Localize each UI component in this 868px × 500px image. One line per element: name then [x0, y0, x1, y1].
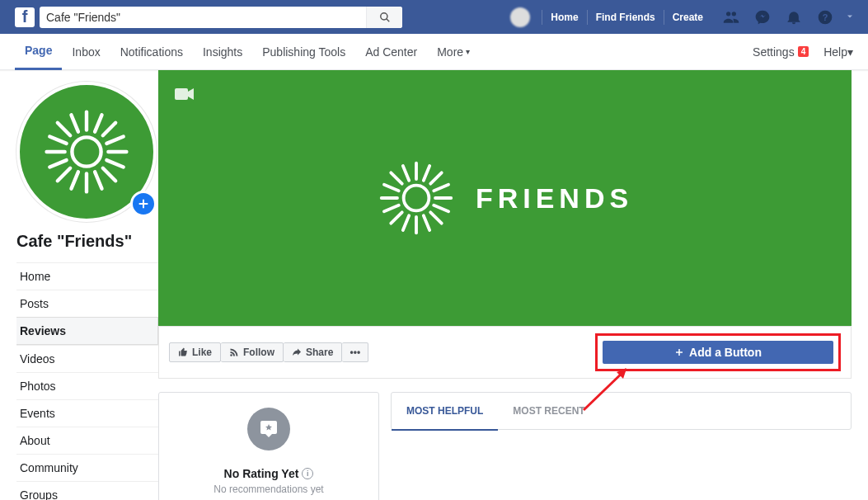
tab-insights[interactable]: Insights — [193, 34, 252, 70]
svg-line-12 — [103, 168, 115, 181]
nav-home[interactable]: Home — [542, 10, 586, 25]
update-cover-button[interactable] — [175, 87, 195, 105]
search-input[interactable] — [40, 11, 366, 24]
account-menu-arrow[interactable] — [845, 10, 855, 25]
nav-find-friends[interactable]: Find Friends — [587, 10, 664, 25]
notifications-icon[interactable] — [786, 9, 802, 26]
page-title: Cafe "Friends" — [16, 232, 158, 251]
edit-avatar-button[interactable] — [130, 191, 157, 217]
svg-line-14 — [58, 168, 70, 181]
follow-label: Follow — [243, 347, 274, 358]
sidenav-reviews[interactable]: Reviews — [16, 317, 158, 345]
sidenav-photos[interactable]: Photos — [16, 372, 158, 399]
speech-star-icon — [259, 419, 279, 439]
sidenav-community[interactable]: Community — [16, 454, 158, 481]
tab-page[interactable]: Page — [15, 34, 62, 70]
profile-avatar — [510, 7, 530, 27]
tab-ad-center[interactable]: Ad Center — [355, 34, 427, 70]
like-button[interactable]: Like — [169, 342, 221, 362]
sort-most-helpful[interactable]: MOST HELPFUL — [392, 393, 498, 431]
svg-point-26 — [404, 186, 429, 211]
facebook-logo[interactable]: f — [15, 7, 35, 27]
sidenav-about[interactable]: About — [16, 427, 158, 454]
help-label: Help — [823, 45, 847, 59]
messenger-icon[interactable] — [754, 9, 771, 26]
svg-line-38 — [424, 215, 429, 230]
svg-line-22 — [106, 160, 123, 167]
svg-line-13 — [103, 123, 115, 135]
like-label: Like — [192, 347, 212, 358]
topbar: f Home Find Friends Create ? — [0, 0, 868, 34]
search-icon — [379, 12, 391, 23]
cover-photo[interactable]: FRIENDS — [158, 70, 852, 326]
svg-line-18 — [95, 172, 101, 188]
cover-actions-bar: Like Follow Share ••• Add a Button — [158, 326, 852, 379]
svg-line-1 — [386, 18, 389, 21]
info-icon[interactable]: i — [302, 468, 313, 479]
tab-inbox[interactable]: Inbox — [62, 34, 110, 70]
tab-notifications[interactable]: Notifications — [110, 34, 193, 70]
share-label: Share — [306, 347, 333, 358]
svg-text:?: ? — [823, 12, 828, 22]
svg-line-33 — [430, 172, 441, 183]
share-button[interactable]: Share — [284, 342, 342, 362]
tab-publishing-tools[interactable]: Publishing Tools — [252, 34, 355, 70]
svg-point-0 — [380, 12, 387, 19]
plus-icon — [674, 347, 684, 357]
share-icon — [292, 347, 302, 357]
chevron-down-icon: ▾ — [847, 45, 853, 59]
sidenav-groups[interactable]: Groups — [16, 481, 158, 500]
page-avatar[interactable] — [16, 82, 157, 222]
svg-line-21 — [49, 136, 66, 143]
svg-line-35 — [424, 166, 429, 181]
settings-label: Settings — [753, 45, 795, 59]
settings-link[interactable]: Settings 4 — [753, 45, 809, 59]
svg-point-43 — [230, 354, 232, 356]
rating-card: No Rating Yet i No recommendations yet — [158, 392, 379, 500]
follow-button[interactable]: Follow — [221, 342, 284, 362]
nav-create[interactable]: Create — [664, 10, 711, 25]
help-icon[interactable]: ? — [817, 9, 833, 26]
sidenav-videos[interactable]: Videos — [16, 345, 158, 372]
svg-line-11 — [58, 123, 70, 135]
plus-icon — [137, 197, 150, 210]
svg-line-15 — [95, 115, 101, 131]
sidenav-posts[interactable]: Posts — [16, 290, 158, 317]
svg-line-37 — [403, 166, 409, 181]
tab-more-label: More — [437, 45, 463, 59]
svg-rect-25 — [175, 88, 188, 100]
more-actions-button[interactable]: ••• — [342, 342, 368, 362]
sidenav-events[interactable]: Events — [16, 399, 158, 427]
tab-more[interactable]: More▾ — [427, 34, 480, 70]
sun-icon — [41, 106, 132, 197]
settings-badge: 4 — [798, 46, 809, 57]
main: Cafe "Friends" Home Posts Reviews Videos… — [0, 70, 868, 500]
sidenav-home[interactable]: Home — [16, 262, 158, 290]
rss-icon — [229, 347, 239, 357]
thumbs-up-icon — [178, 347, 188, 357]
svg-line-40 — [384, 205, 399, 211]
rating-bubble-icon — [247, 408, 290, 450]
svg-line-19 — [106, 136, 123, 143]
friend-requests-icon[interactable] — [723, 9, 739, 26]
add-a-button[interactable]: Add a Button — [603, 341, 833, 364]
rating-headline: No Rating Yet — [224, 467, 299, 480]
chevron-down-icon: ▾ — [466, 47, 470, 56]
page-tabs-bar: Page Inbox Notifications Insights Publis… — [0, 34, 868, 70]
cover-brand-text: FRIENDS — [476, 182, 633, 215]
content-column: FRIENDS Like Follow Share ••• — [158, 70, 868, 500]
sort-most-recent[interactable]: MOST RECENT — [498, 393, 599, 431]
profile-chip[interactable] — [510, 7, 535, 27]
rating-sub: No recommendations yet — [213, 483, 323, 495]
svg-line-16 — [71, 172, 77, 188]
svg-point-2 — [726, 12, 730, 16]
svg-line-36 — [403, 215, 409, 230]
svg-point-3 — [732, 12, 736, 16]
search-button[interactable] — [366, 7, 402, 28]
svg-line-42 — [434, 205, 448, 211]
help-link[interactable]: Help ▾ — [823, 45, 853, 59]
svg-line-32 — [430, 212, 441, 223]
svg-line-31 — [391, 172, 401, 183]
svg-line-20 — [49, 160, 66, 167]
svg-point-6 — [72, 137, 101, 166]
